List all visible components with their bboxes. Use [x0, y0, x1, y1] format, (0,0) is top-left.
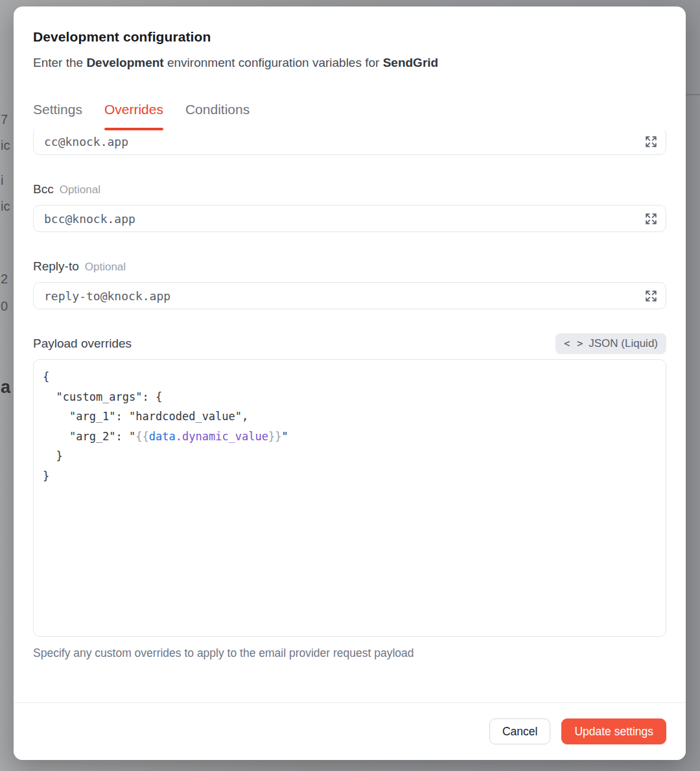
- payload-overrides-label: Payload overrides: [33, 337, 132, 351]
- cc-expand-button[interactable]: [644, 134, 658, 148]
- backdrop-divider-fragment: [686, 94, 700, 95]
- subtitle-middle: environment configuration variables for: [164, 56, 383, 69]
- reply-to-field-container: [33, 282, 666, 309]
- reply-to-label: Reply-to: [33, 259, 79, 274]
- code-line: "arg_1": "hardcoded_value",: [43, 407, 657, 427]
- backdrop-text-fragment: a: [1, 379, 14, 396]
- liquid-variable-property: dynamic_value: [182, 430, 268, 443]
- json-liquid-badge-label: JSON (Liquid): [589, 337, 658, 350]
- modal-subtitle: Enter the Development environment config…: [33, 54, 666, 71]
- backdrop-text-fragment: 7: [1, 113, 14, 126]
- development-configuration-modal: Development configuration Enter the Deve…: [14, 6, 686, 760]
- expand-icon: [645, 213, 657, 225]
- overrides-tab-content: Bcc Optional Reply-to Optional: [14, 130, 686, 700]
- liquid-variable-object: data: [149, 430, 176, 443]
- bcc-label-row: Bcc Optional: [33, 182, 666, 196]
- payload-overrides-header-row: Payload overrides < > JSON (Liquid): [33, 333, 666, 354]
- tab-conditions-label: Conditions: [185, 101, 250, 117]
- backdrop-text-fragment: 0: [1, 300, 14, 313]
- tab-overrides[interactable]: Overrides: [104, 101, 163, 130]
- reply-to-input[interactable]: [34, 283, 666, 309]
- update-settings-button[interactable]: Update settings: [561, 718, 666, 744]
- code-brackets-icon: < >: [564, 338, 583, 350]
- tab-conditions[interactable]: Conditions: [185, 101, 250, 130]
- backdrop-text-fragment: 2: [1, 272, 14, 285]
- backdrop-text-fragment: i: [1, 174, 14, 187]
- cc-input[interactable]: [34, 130, 666, 154]
- liquid-open-braces: {{: [135, 430, 148, 443]
- liquid-close-braces: }}: [268, 430, 281, 443]
- bcc-label: Bcc: [33, 182, 54, 196]
- modal-header: Development configuration Enter the Deve…: [14, 6, 686, 130]
- modal-footer: Cancel Update settings: [14, 702, 686, 760]
- payload-overrides-helper-text: Specify any custom overrides to apply to…: [33, 646, 666, 660]
- code-line: "arg_2": "{{data.dynamic_value}}": [43, 427, 657, 447]
- liquid-dot: .: [176, 430, 182, 443]
- cancel-button[interactable]: Cancel: [489, 718, 550, 744]
- expand-icon: [645, 136, 657, 148]
- bcc-input[interactable]: [34, 206, 666, 231]
- code-token: "arg_2": ": [43, 430, 135, 443]
- json-liquid-badge: < > JSON (Liquid): [555, 333, 666, 354]
- reply-to-expand-button[interactable]: [644, 289, 658, 303]
- tab-bar: Settings Overrides Conditions: [33, 101, 666, 130]
- expand-icon: [645, 290, 657, 302]
- bcc-optional-tag: Optional: [60, 184, 100, 196]
- code-line: }: [43, 466, 657, 486]
- code-line: "custom_args": {: [43, 387, 657, 407]
- subtitle-environment-name: Development: [86, 56, 163, 69]
- backdrop-text-fragment: ic: [1, 200, 14, 213]
- tab-overrides-label: Overrides: [104, 101, 163, 117]
- reply-to-optional-tag: Optional: [85, 261, 126, 274]
- bcc-field-container: [33, 205, 666, 232]
- subtitle-prefix: Enter the: [33, 56, 86, 69]
- reply-to-label-row: Reply-to Optional: [33, 259, 666, 274]
- code-line: {: [43, 367, 657, 387]
- subtitle-provider-name: SendGrid: [383, 56, 439, 69]
- bcc-expand-button[interactable]: [644, 211, 658, 226]
- modal-title: Development configuration: [33, 29, 666, 45]
- tab-settings[interactable]: Settings: [33, 101, 82, 130]
- cc-field-container: [33, 130, 666, 155]
- backdrop-text-fragment: ic: [1, 139, 14, 152]
- tab-settings-label: Settings: [33, 101, 82, 117]
- payload-overrides-code-editor[interactable]: { "custom_args": { "arg_1": "hardcoded_v…: [33, 359, 666, 637]
- code-token: ": [282, 430, 288, 443]
- code-line: }: [43, 446, 657, 466]
